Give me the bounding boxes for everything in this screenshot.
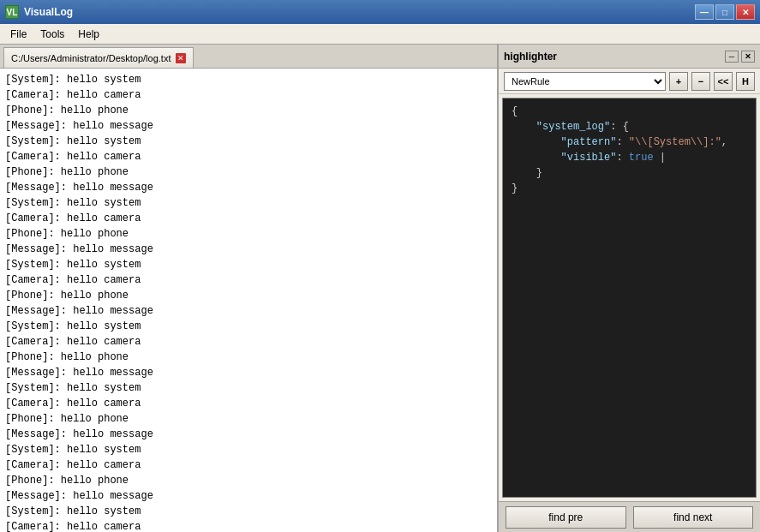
log-line: [System]: hello system bbox=[5, 72, 492, 87]
log-line: [Phone]: hello phone bbox=[5, 288, 492, 303]
menu-bar: File Tools Help bbox=[0, 24, 760, 45]
file-tab[interactable]: C:/Users/Administrator/Desktop/log.txt ✕ bbox=[3, 47, 194, 68]
rule-select[interactable]: NewRule bbox=[504, 72, 666, 91]
log-line: [Message]: hello message bbox=[5, 488, 492, 504]
log-line: [Phone]: hello phone bbox=[5, 350, 492, 365]
log-line: [Message]: hello message bbox=[5, 427, 492, 442]
app-title: VisualLog bbox=[24, 6, 695, 18]
menu-file[interactable]: File bbox=[3, 27, 33, 42]
log-line: [System]: hello system bbox=[5, 195, 492, 211]
log-line: [Message]: hello message bbox=[5, 180, 492, 195]
menu-help[interactable]: Help bbox=[71, 27, 106, 42]
window-controls: — □ ✕ bbox=[695, 4, 755, 20]
log-line: [Phone]: hello phone bbox=[5, 103, 492, 118]
maximize-button[interactable]: □ bbox=[715, 4, 734, 20]
highlighter-minimize-button[interactable]: ─ bbox=[725, 51, 739, 63]
log-content[interactable]: [System]: hello system[Camera]: hello ca… bbox=[0, 69, 497, 532]
log-line: [Phone]: hello phone bbox=[5, 164, 492, 180]
highlighter-window-controls: ─ ✕ bbox=[725, 51, 755, 63]
left-panel: C:/Users/Administrator/Desktop/log.txt ✕… bbox=[0, 45, 499, 532]
log-line: [Phone]: hello phone bbox=[5, 226, 492, 242]
log-line: [Phone]: hello phone bbox=[5, 411, 492, 427]
highlighter-close-button[interactable]: ✕ bbox=[741, 51, 755, 63]
add-rule-button[interactable]: + bbox=[669, 72, 688, 91]
tab-bar: C:/Users/Administrator/Desktop/log.txt ✕ bbox=[0, 45, 497, 69]
log-line: [Camera]: hello camera bbox=[5, 211, 492, 226]
log-line: [System]: hello system bbox=[5, 380, 492, 396]
log-line: [Camera]: hello camera bbox=[5, 334, 492, 350]
log-line: [System]: hello system bbox=[5, 257, 492, 272]
log-line: [System]: hello system bbox=[5, 319, 492, 334]
tab-label: C:/Users/Administrator/Desktop/log.txt bbox=[11, 53, 171, 63]
log-line: [Camera]: hello camera bbox=[5, 457, 492, 473]
right-panel: highlighter ─ ✕ NewRule + − << H { "syst… bbox=[499, 45, 760, 532]
minimize-button[interactable]: — bbox=[695, 4, 714, 20]
log-line: [Camera]: hello camera bbox=[5, 396, 492, 411]
log-line: [Camera]: hello camera bbox=[5, 87, 492, 103]
log-line: [Message]: hello message bbox=[5, 118, 492, 134]
next-rule-button[interactable]: H bbox=[736, 72, 755, 91]
title-bar: VL VisualLog — □ ✕ bbox=[0, 0, 760, 24]
remove-rule-button[interactable]: − bbox=[691, 72, 710, 91]
highlighter-header: highlighter ─ ✕ bbox=[499, 45, 760, 69]
log-line: [Message]: hello message bbox=[5, 242, 492, 257]
log-line: [Camera]: hello camera bbox=[5, 272, 492, 288]
tab-close-button[interactable]: ✕ bbox=[176, 53, 186, 63]
app-icon: VL bbox=[5, 5, 19, 19]
log-line: [Message]: hello message bbox=[5, 303, 492, 319]
log-line: [System]: hello system bbox=[5, 134, 492, 149]
find-next-button[interactable]: find next bbox=[633, 506, 754, 529]
app-icon-text: VL bbox=[7, 8, 18, 17]
log-line: [System]: hello system bbox=[5, 504, 492, 519]
json-editor[interactable]: { "system_log": { "pattern": "\\[System\… bbox=[502, 98, 757, 498]
menu-tools[interactable]: Tools bbox=[33, 27, 71, 42]
find-pre-button[interactable]: find pre bbox=[506, 506, 626, 529]
log-line: [Camera]: hello camera bbox=[5, 519, 492, 532]
log-line: [Camera]: hello camera bbox=[5, 149, 492, 164]
main-area: C:/Users/Administrator/Desktop/log.txt ✕… bbox=[0, 45, 760, 532]
close-button[interactable]: ✕ bbox=[736, 4, 755, 20]
highlighter-toolbar: NewRule + − << H bbox=[499, 69, 760, 94]
prev-rule-button[interactable]: << bbox=[714, 72, 733, 91]
bottom-buttons: find pre find next bbox=[499, 501, 760, 532]
log-line: [System]: hello system bbox=[5, 442, 492, 457]
highlighter-title: highlighter bbox=[504, 51, 557, 63]
log-line: [Phone]: hello phone bbox=[5, 473, 492, 488]
log-line: [Message]: hello message bbox=[5, 365, 492, 380]
